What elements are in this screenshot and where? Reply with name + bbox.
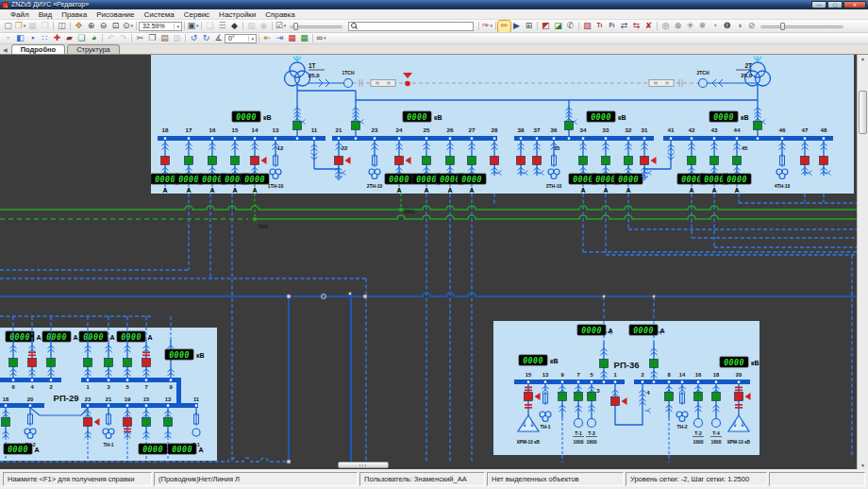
feeder-48[interactable]: 48 [820,126,831,176]
structure-tree-icon[interactable]: ☰ [216,21,228,32]
menu-item-1[interactable]: Вид [34,9,57,20]
feeder-41[interactable]: 41 [668,126,675,169]
feeder-28[interactable]: 28 [491,126,502,176]
feeder-47[interactable]: 47 [801,126,812,176]
undo-icon[interactable]: ↶ [105,33,117,44]
copy-icon[interactable]: ❐ [146,33,159,44]
add-element-icon[interactable]: ✚ [51,33,63,44]
highlight-marker-icon[interactable]: ✏ [498,21,510,32]
menu-item-6[interactable]: Настройки [214,9,260,20]
object-search-input[interactable] [359,23,471,30]
feeder-2[interactable]: 2 [641,372,643,378]
view-slider[interactable] [290,22,342,31]
pan-hand-icon[interactable]: ✥ [73,21,85,32]
scroll-down-icon[interactable]: ▼ [858,463,868,468]
shape-dark-icon[interactable]: ▰ [63,33,75,44]
alarm-clear-icon[interactable]: ✘ [643,21,655,32]
bus-bar[interactable] [634,379,750,384]
labels-f-icon[interactable]: Fı [606,21,618,32]
save-icon[interactable]: ▦ [26,21,39,32]
incomer-22[interactable] [352,108,364,130]
lens-icon[interactable]: ◉ [258,21,270,32]
dial-link-icon[interactable]: ✆ [564,21,576,32]
topology-green-icon[interactable]: ◪ [552,21,564,32]
node-small-icon[interactable]: ▪ [26,33,39,44]
bus-bar[interactable] [81,403,198,408]
redo-icon[interactable]: ↷ [117,33,129,44]
group-red-icon[interactable]: ▦ [286,33,298,44]
bus-tie-11-21[interactable] [314,169,342,179]
rotate-right-icon[interactable]: ↻ [200,33,212,44]
bus-bar[interactable] [0,403,44,408]
compare-icon[interactable]: ⇆ [630,21,643,32]
menu-item-3[interactable]: Рисование [92,9,139,20]
menu-item-5[interactable]: Сервис [179,9,214,20]
binoculars-icon[interactable]: ∞▾ [315,33,327,44]
shield-icon[interactable]: ◆ [228,21,241,32]
bus-bar[interactable] [663,136,833,141]
menu-item-2[interactable]: Правка [57,9,92,20]
tsn-branch[interactable]: 1ТСН2ТСН [308,70,758,88]
image-icon[interactable]: ▥ [245,21,258,32]
bus-bar[interactable] [332,136,497,141]
new-document-icon[interactable]: ▢ [2,21,14,32]
green-distribution-lines[interactable]: 22/122/1 [0,194,857,229]
feeder-23[interactable]: 232ТН-10 [367,126,383,189]
paste-special-icon[interactable]: ▥ [171,33,183,44]
zoom-in-icon[interactable]: ⊕ [85,21,97,32]
rotate-free-icon[interactable]: ∡ [212,33,225,44]
node-grid-icon[interactable]: ∷ [39,33,51,44]
shapes-multi-icon[interactable]: ❏ [75,33,88,44]
cross-circle-icon[interactable]: ⊗ [672,21,684,32]
power-flow-icon[interactable]: ▨ [581,21,593,32]
incomer-45[interactable] [754,108,766,130]
labels-t-icon[interactable]: Tı [593,21,606,32]
group-green-icon[interactable]: ▦ [298,33,310,44]
menu-item-0[interactable]: Файл [6,9,34,20]
tab-scroll-left-icon[interactable]: ◀ [3,46,8,53]
incomer-35[interactable] [565,108,577,130]
bus-tie-41-31[interactable] [641,169,671,179]
monitor-icon[interactable]: ▣▾ [187,21,199,32]
tab-struktura[interactable]: Структура [67,44,120,54]
bus-bar[interactable] [514,379,625,384]
circle-green-icon[interactable]: ◕ [88,33,100,44]
feeder-13[interactable]: 131ТН-10 [268,126,284,189]
transformer-1t[interactable]: 1Т25,0 [285,56,326,86]
incomer-12[interactable] [293,108,306,130]
vertical-scrollbar[interactable]: ▲ ▼ [857,55,868,469]
transformer-2t[interactable]: 2Т25,0 [736,56,771,86]
one-badge-icon[interactable]: ❶ [721,21,733,32]
snowflake-icon[interactable]: ❄ [696,21,709,32]
slash-circle-icon[interactable]: ⊘ [745,21,758,32]
zoom-out-icon[interactable]: ⊖ [97,21,109,32]
zoom-level-combo[interactable]: 32.59%▾ [139,22,182,31]
close-button[interactable]: ✕ [843,1,866,8]
minimize-button[interactable]: — [811,1,826,8]
swap-states-icon[interactable]: ⇄ [618,21,630,32]
diagram-canvas[interactable]: 22/122/1 1Т25,02Т25,01ТСН2ТСН120000кВ180… [0,55,868,469]
pin-icon[interactable]: ✑▾ [481,21,493,32]
send-back-icon[interactable]: ⇤ [261,33,274,44]
save-all-icon[interactable]: ❒ [39,21,51,32]
fit-selection-icon[interactable]: ⊞ [523,21,535,32]
scale-slider[interactable] [760,22,843,31]
bring-front-icon[interactable]: ⇥ [274,33,286,44]
section-tie[interactable] [30,408,88,415]
maximize-button[interactable]: ▢ [827,1,843,8]
cut-icon[interactable]: ✂ [134,33,146,44]
checkbox-icon[interactable]: ☑▾ [275,21,287,32]
menu-item-7[interactable]: Справка [260,9,299,20]
zoom-window-icon[interactable]: ⊡ [109,21,122,32]
asterisk-icon[interactable]: ✳ [684,21,696,32]
topology-red-icon[interactable]: ◩ [540,21,552,32]
feeder-11[interactable]: 11 [311,126,318,169]
tab-podrobno[interactable]: Подробно [11,44,66,54]
menu-item-4[interactable]: Система [139,9,178,20]
bus-bar[interactable] [514,136,654,141]
feeder-1[interactable]: 1 [611,372,627,406]
zoom-extents-icon[interactable]: ⊙▾ [122,21,134,32]
quarter-circle-icon[interactable]: ◔ [709,21,721,32]
paste-icon[interactable]: ▤ [159,33,171,44]
feeder-37[interactable]: 37 [533,126,544,176]
